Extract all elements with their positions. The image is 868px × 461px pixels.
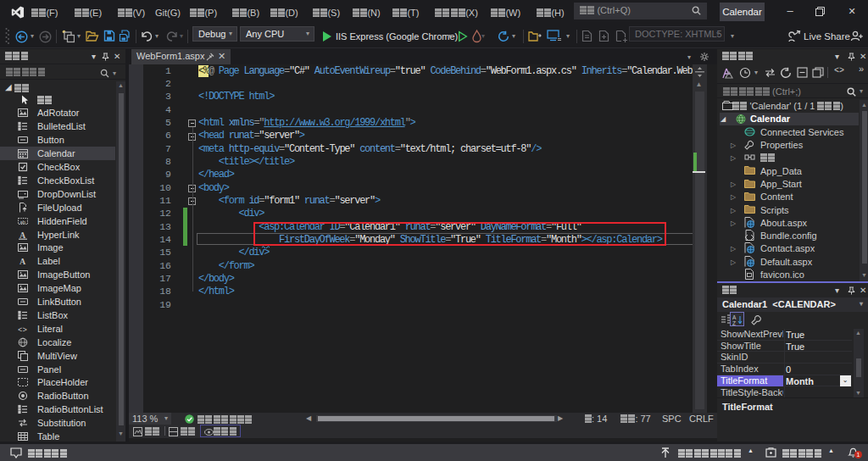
svg-text:Z: Z — [732, 320, 736, 326]
svg-text:ab: ab — [20, 219, 26, 224]
svg-text:A: A — [19, 230, 26, 239]
svg-text:A: A — [19, 257, 26, 266]
svg-text:<>: <> — [18, 325, 27, 334]
